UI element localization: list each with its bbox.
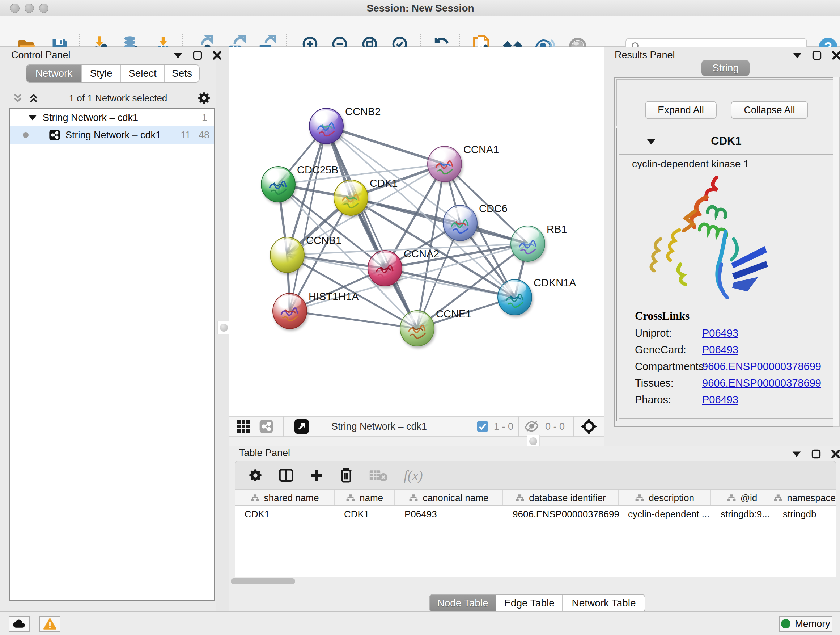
node-CDC6[interactable] [443, 205, 477, 241]
delete-column-button[interactable] [339, 468, 353, 483]
tree-expand-icon[interactable] [28, 114, 37, 121]
panel-close-icon[interactable] [212, 51, 222, 60]
cell-namespace[interactable]: stringdb [774, 506, 836, 522]
cell-canonical-name[interactable]: P06493 [395, 506, 503, 522]
edge-CCNB2-CCNA1[interactable] [326, 126, 445, 164]
gear-icon [248, 468, 263, 483]
node-HIST1H1A[interactable] [272, 293, 307, 329]
grid-icon [237, 420, 250, 433]
delete-table-button[interactable] [369, 469, 388, 482]
column-header-shared-name[interactable]: shared name [235, 490, 335, 505]
results-panel-title: Results Panel [615, 50, 675, 61]
tab-node-table[interactable]: Node Table [430, 595, 496, 611]
selected-indicator[interactable] [477, 420, 489, 432]
cell-database-identifier[interactable]: 9606.ENSP00000378699 [503, 506, 619, 522]
cell-shared-name[interactable]: CDK1 [235, 506, 335, 522]
expand-all-button[interactable]: Expand All [645, 101, 717, 119]
network-row-selected[interactable]: String Network – cdk1 11 48 [10, 126, 214, 144]
crosslink-link[interactable]: 9606.ENSP00000378699 [702, 361, 821, 372]
function-builder-button[interactable]: f(x) [404, 467, 423, 483]
network-canvas[interactable]: CCNB2CCNA1CDC25BCDK1CDC6RB1CCNB1CCNA2CDK… [229, 47, 604, 416]
warning-status-button[interactable] [39, 616, 60, 632]
open-in-new-window-button[interactable] [294, 418, 309, 434]
table-options-button[interactable] [248, 468, 263, 483]
network-collection-row[interactable]: String Network – cdk1 1 [10, 109, 214, 126]
tab-sets[interactable]: Sets [164, 65, 199, 82]
column-type-icon [346, 494, 355, 502]
collapse-all-button[interactable]: Collapse All [731, 101, 808, 119]
add-column-button[interactable] [309, 469, 324, 482]
panel-float-icon[interactable] [812, 51, 821, 60]
column-header--id[interactable]: @id [711, 490, 774, 505]
table-panel: Table Panel f(x) shared namenamecanonica… [229, 447, 840, 611]
title-bar: Session: New Session [0, 0, 840, 16]
show-columns-button[interactable] [279, 468, 294, 483]
edge-CCNA2-CDKN1A[interactable] [385, 268, 515, 297]
crosslink-label: Tissues: [635, 377, 702, 389]
network-options-gear-icon[interactable] [197, 91, 211, 105]
panel-menu-icon[interactable] [792, 450, 801, 458]
edge-HIST1H1A-CCNE1[interactable] [290, 311, 417, 328]
node-gloss [449, 207, 472, 220]
protein-description: cyclin-dependent kinase 1 [632, 158, 749, 170]
column-type-icon [409, 494, 418, 502]
column-header-namespace[interactable]: namespace [774, 490, 836, 505]
protein-structure-image [639, 172, 776, 308]
panel-close-icon[interactable] [832, 51, 840, 60]
fit-selected-button[interactable] [581, 418, 597, 435]
column-header-database-identifier[interactable]: database identifier [503, 490, 619, 505]
network-selection-summary: 1 of 1 Network selected [39, 93, 197, 104]
expand-all-icon[interactable] [28, 93, 39, 103]
table-hscrollbar[interactable] [231, 578, 295, 584]
node-CCNB1[interactable] [270, 237, 305, 273]
node-gloss [434, 149, 456, 161]
crosslink-row: Tissues:9606.ENSP00000378699 [635, 377, 821, 389]
crosslink-link[interactable]: P06493 [702, 344, 738, 356]
panel-menu-icon[interactable] [793, 51, 802, 59]
cell-description[interactable]: cyclin-dependent ... [619, 506, 711, 522]
table-row[interactable]: CDK1CDK1P064939606.ENSP00000378699cyclin… [235, 506, 836, 522]
tab-style[interactable]: Style [81, 65, 120, 82]
column-header-canonical-name[interactable]: canonical name [395, 490, 503, 505]
section-collapse-icon[interactable] [646, 138, 656, 146]
tab-network-table[interactable]: Network Table [562, 595, 645, 611]
node-CCNA1[interactable] [427, 146, 462, 182]
node-CDK1[interactable] [333, 180, 368, 216]
left-splitter-handle[interactable] [218, 321, 231, 334]
birds-eye-view-button[interactable] [237, 420, 250, 433]
panel-close-icon[interactable] [831, 449, 840, 459]
protein-section-header[interactable]: CDK1 [617, 128, 836, 154]
column-header-name[interactable]: name [335, 490, 395, 505]
results-scrollbar[interactable] [833, 77, 840, 427]
bottom-splitter-handle[interactable] [527, 435, 540, 448]
tab-edge-table[interactable]: Edge Table [496, 595, 562, 611]
cloud-status-button[interactable] [9, 616, 30, 632]
tab-network[interactable]: Network [27, 65, 81, 82]
tab-select[interactable]: Select [120, 65, 164, 82]
node-RB1[interactable] [510, 226, 545, 262]
hidden-indicator[interactable] [524, 420, 540, 433]
node-CCNB2[interactable] [309, 108, 344, 144]
crosslink-link[interactable]: P06493 [702, 327, 738, 339]
cell--id[interactable]: stringdb:9... [711, 506, 774, 522]
column-header-description[interactable]: description [619, 490, 711, 505]
panel-menu-icon[interactable] [173, 51, 183, 59]
memory-button[interactable]: Memory [779, 616, 832, 632]
protein-name: CDK1 [711, 135, 741, 148]
crosslink-link[interactable]: 9606.ENSP00000378699 [702, 377, 821, 389]
crosslink-label: Compartments: [635, 361, 702, 372]
panel-float-icon[interactable] [193, 51, 202, 60]
hidden-counts: 0 - 0 [545, 421, 565, 432]
node-CDKN1A[interactable] [497, 279, 532, 315]
node-CDC25B[interactable] [261, 166, 295, 203]
node-CCNA2[interactable] [368, 250, 402, 287]
panel-float-icon[interactable] [812, 449, 821, 459]
crosslink-link[interactable]: P06493 [702, 394, 738, 406]
crosslink-label: GeneCard: [635, 344, 702, 356]
node-CCNE1[interactable] [400, 310, 434, 347]
string-style-button[interactable] [259, 419, 273, 434]
crosslink-label: Uniprot: [635, 327, 702, 339]
collapse-all-icon[interactable] [12, 93, 23, 103]
cell-name[interactable]: CDK1 [335, 506, 395, 522]
tab-string[interactable]: String [701, 60, 750, 76]
